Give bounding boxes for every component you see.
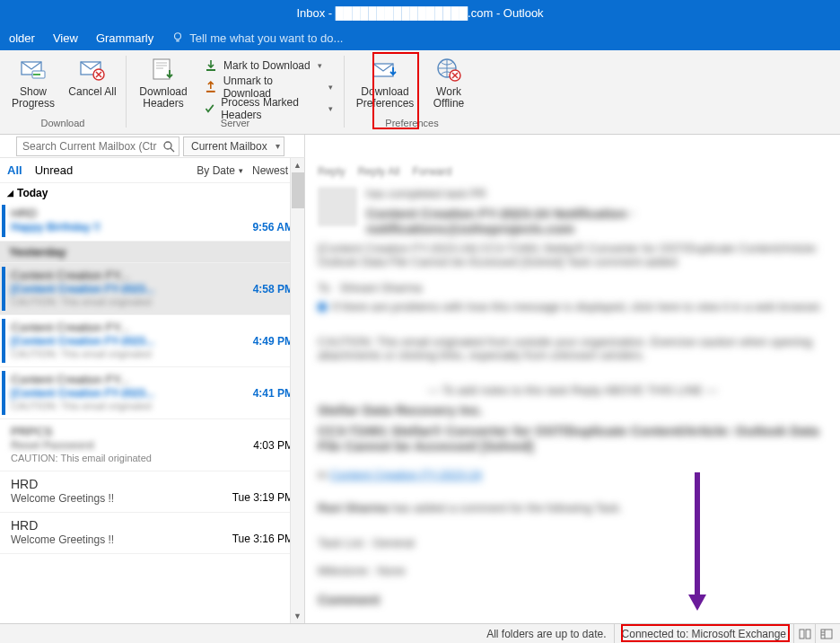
message-list-pane: All Unread By Date▾ Newest↓ ◢ Today HRD … (0, 158, 305, 623)
message-item[interactable]: Content Creation FY... [Content Creation… (0, 315, 304, 367)
download-preferences-button[interactable]: Download Preferences (352, 54, 418, 117)
svg-rect-15 (821, 630, 832, 639)
view-reading-button[interactable] (815, 624, 836, 643)
search-scope-dropdown[interactable]: Current Mailbox (183, 137, 284, 156)
globe-offline-icon (434, 56, 463, 84)
process-marked-headers-button[interactable]: Process Marked Headers▾ (200, 99, 337, 119)
svg-rect-14 (806, 630, 810, 639)
show-progress-button[interactable]: Show Progress (7, 54, 59, 117)
menu-view[interactable]: View (44, 25, 87, 50)
title-bar: Inbox - ████████████████.com - Outlook (0, 0, 840, 25)
window-title: Inbox - ████████████████.com - Outlook (296, 6, 543, 20)
ribbon-group-preferences: Download Preferences Work Offline Prefer… (350, 54, 474, 134)
work-offline-button[interactable]: Work Offline (425, 54, 472, 117)
page-download-icon (149, 56, 178, 84)
search-input[interactable] (16, 137, 179, 156)
ribbon-group-server: Download Headers Mark to Download▾ Unmar… (132, 54, 338, 134)
unmark-download-icon (204, 80, 218, 94)
reading-pane: Reply Reply All Forward has completed ta… (305, 158, 840, 623)
layout-reading-icon (820, 629, 833, 639)
menu-grammarly[interactable]: Grammarly (87, 25, 162, 50)
cancel-all-button[interactable]: Cancel All (66, 54, 118, 117)
view-normal-button[interactable] (793, 624, 815, 643)
unmark-to-download-button[interactable]: Unmark to Download▾ (200, 77, 337, 97)
filter-all[interactable]: All (7, 163, 22, 177)
svg-rect-3 (33, 74, 40, 75)
message-list: HRD Happy Birthday !! 9:56 AM Yesterday … (0, 201, 304, 623)
lightbulb-icon (171, 31, 184, 44)
menu-bar: older View Grammarly Tell me what you wa… (0, 25, 840, 50)
svg-rect-13 (800, 630, 804, 639)
svg-rect-7 (206, 69, 215, 71)
list-header: All Unread By Date▾ Newest↓ (0, 158, 304, 183)
date-group-today[interactable]: ◢ Today (0, 183, 304, 201)
download-headers-button[interactable]: Download Headers (134, 54, 193, 117)
message-item[interactable]: PRPCS Reset Password CAUTION: This email… (0, 419, 304, 471)
svg-point-0 (175, 33, 181, 40)
mark-to-download-button[interactable]: Mark to Download▾ (200, 56, 337, 75)
menu-folder[interactable]: older (0, 25, 44, 50)
message-item[interactable]: HRD Welcome Greetings !! Tue 3:16 PM (0, 513, 304, 554)
ribbon: Show Progress Cancel All Download Downlo… (0, 50, 840, 135)
date-group-yesterday[interactable]: Yesterday (0, 242, 304, 263)
search-icon[interactable] (162, 139, 176, 154)
list-scrollbar[interactable]: ▲ ▼ (290, 158, 304, 623)
envelope-arrow-icon (371, 56, 399, 84)
scroll-up-icon[interactable]: ▲ (291, 158, 304, 172)
forward-button[interactable]: Forward (412, 165, 451, 178)
envelope-progress-icon (19, 56, 48, 84)
main-split: All Unread By Date▾ Newest↓ ◢ Today HRD … (0, 158, 840, 623)
collapse-triangle-icon: ◢ (7, 189, 13, 198)
svg-rect-6 (153, 59, 170, 79)
message-item[interactable]: HRD Happy Birthday !! 9:56 AM (0, 201, 304, 242)
svg-point-12 (164, 142, 171, 149)
filter-unread[interactable]: Unread (35, 163, 74, 177)
layout-normal-icon (799, 629, 811, 639)
search-row: Current Mailbox (0, 135, 305, 158)
svg-rect-8 (206, 91, 215, 92)
reply-all-button[interactable]: Reply All (358, 165, 400, 178)
tell-me-search[interactable]: Tell me what you want to do... (162, 31, 343, 45)
check-icon (204, 101, 215, 116)
message-item[interactable]: HRD Welcome Greetings !! Tue 3:19 PM (0, 471, 304, 513)
status-bar: All folders are up to date. Connected to… (0, 623, 840, 643)
sort-by-dropdown[interactable]: By Date▾ (197, 164, 243, 177)
reply-button[interactable]: Reply (318, 165, 346, 178)
mark-download-icon (204, 58, 218, 73)
scroll-down-icon[interactable]: ▼ (291, 609, 304, 623)
message-item[interactable]: Content Creation FY... [Content Creation… (0, 367, 304, 419)
envelope-cancel-icon (78, 56, 107, 84)
scroll-thumb[interactable] (292, 172, 304, 208)
status-folders: All folders are up to date. (479, 624, 613, 643)
status-connected: Connected to: Microsoft Exchange (614, 624, 793, 643)
message-item[interactable]: Content Creation FY... [Content Creation… (0, 263, 304, 315)
ribbon-group-download: Show Progress Cancel All Download (5, 54, 120, 134)
